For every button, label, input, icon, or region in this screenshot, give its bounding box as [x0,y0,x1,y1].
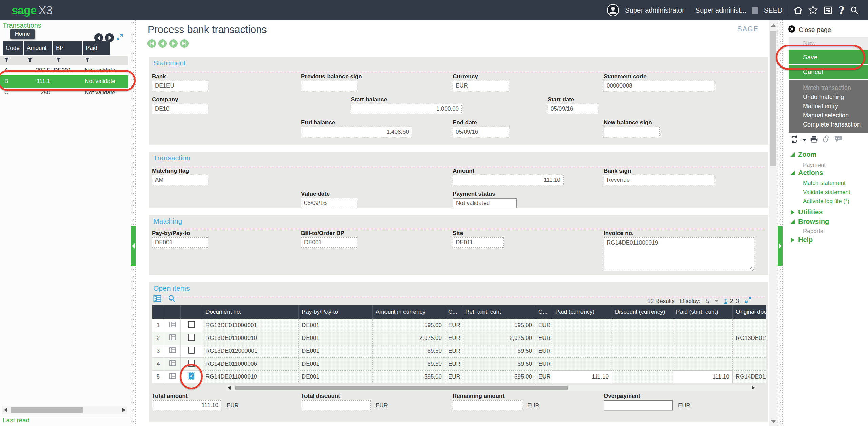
open-item-row[interactable]: 1 RG13DE011000001 DE001 595.00 EUR 595.0… [152,319,767,332]
transaction-row-b-selected[interactable]: B 111.1 Not validate [0,75,128,88]
overpayment-field[interactable] [604,400,673,410]
open-item-row[interactable]: 2 RG13DE011000010 DE001 2,975.00 EUR 2,9… [152,332,767,345]
cell-currency[interactable]: EUR [535,332,552,345]
help-icon[interactable]: ? [838,4,844,16]
cancel-button[interactable]: Cancel [789,65,868,79]
resize-grip-icon[interactable] [750,267,754,271]
cell-paid-stmt[interactable] [673,332,733,345]
next-record-icon[interactable] [169,39,178,48]
row-checkbox[interactable] [188,334,195,341]
row-checkbox-checked[interactable] [188,372,195,380]
expand-panel-icon[interactable] [116,33,123,42]
home-icon[interactable] [793,5,803,15]
scroll-right-icon[interactable] [752,386,755,390]
cell-currency[interactable]: EUR [535,370,552,383]
cell-original-document[interactable] [733,319,767,332]
display-dropdown-icon[interactable] [715,300,719,302]
refresh-dropdown-icon[interactable] [802,139,806,141]
last-record-icon[interactable] [180,39,189,48]
comment-icon[interactable] [834,135,843,145]
column-header[interactable]: Original docum [733,305,767,319]
column-header[interactable]: Paid (stmt. curr.) [673,305,733,319]
cell-amount-in-currency[interactable]: 2,975.00 [373,332,445,345]
cell-pay-by[interactable]: DE001 [299,370,373,383]
cell-pay-by[interactable]: DE001 [299,332,373,345]
attachment-icon[interactable] [822,135,830,145]
app-logo[interactable]: sageX3 [12,4,53,17]
scrollbar-thumb[interactable] [770,31,776,166]
cell-paid-stmt[interactable] [673,319,733,332]
row-detail-icon[interactable] [169,322,176,329]
bank-sign-field[interactable]: Revenue [604,175,714,185]
cell-ref-amount[interactable]: 595.00 [462,319,535,332]
cell-document-no[interactable]: RG13DE011000001 [202,319,299,332]
column-header[interactable]: Amount [24,41,52,55]
cell-paid-stmt[interactable] [673,345,733,357]
scroll-right-icon[interactable] [122,408,125,412]
cell-ref-amount[interactable]: 59.50 [462,345,535,357]
cell-pay-by[interactable]: DE001 [299,357,373,370]
site-field[interactable]: DE011 [453,237,504,248]
payment-status-select[interactable]: Not validated [453,198,517,208]
cell-ref-amount[interactable]: 59.50 [462,357,535,370]
row-checkbox[interactable] [188,321,195,328]
cell-original-document[interactable] [733,357,767,370]
close-page-button[interactable]: Close page [788,25,831,35]
scroll-down-icon[interactable] [771,420,776,423]
cell-pay-by[interactable]: DE001 [299,345,373,357]
menu-utilities[interactable]: Utilities [790,208,823,216]
cell-code[interactable]: B [0,78,23,85]
cell-bp[interactable]: DE001 [52,67,81,74]
user-name[interactable]: Super administrator [625,6,684,14]
total-amount-field[interactable]: 111.10 [152,400,221,410]
display-value[interactable]: 5 [706,298,709,305]
cell-paid[interactable]: Not validate [81,89,128,96]
manual-selection-button[interactable]: Manual selection [803,111,868,120]
cell-currency[interactable]: EUR [445,357,462,370]
scrollbar-thumb[interactable] [235,386,568,390]
amount-field[interactable]: 111.10 [453,175,564,185]
cell-paid-stmt-input[interactable]: 111.10 [673,370,733,383]
cell-amount[interactable]: 111.1 [23,78,52,85]
row-detail-icon[interactable] [169,348,176,354]
cell-ref-amount[interactable]: 595.00 [462,370,535,383]
open-item-row[interactable]: 3 RG13DE012000001 DE001 59.50 EUR 59.50 … [152,345,767,357]
menu-item-match-statement[interactable]: Match statement [803,180,846,187]
cell-amount[interactable]: 297.5 [23,67,52,74]
scroll-left-icon[interactable] [228,386,231,390]
row-detail-icon[interactable] [169,361,176,367]
endpoint-name[interactable]: SEED [764,6,782,14]
cell-currency[interactable]: EUR [445,345,462,357]
statement-code-field[interactable]: 00000008 [604,81,714,91]
cell-paid-currency[interactable] [552,357,612,370]
refresh-icon[interactable] [790,135,799,145]
column-header[interactable]: Amount in currency [373,305,445,319]
undo-matching-button[interactable]: Undo matching [803,93,868,102]
cell-discount[interactable] [612,345,673,357]
column-header[interactable]: C... [445,305,462,319]
menu-item-validate-statement[interactable]: Validate statement [803,189,850,196]
currency-field[interactable]: EUR [453,81,509,91]
cell-paid-stmt[interactable] [673,357,733,370]
filter-icon[interactable] [23,57,52,63]
column-header[interactable]: Discount (currency) [612,305,673,319]
menu-browsing[interactable]: Browsing [790,218,829,226]
menu-actions[interactable]: Actions [790,169,823,177]
column-header[interactable]: Document no. [202,305,299,319]
matching-flag-field[interactable]: AM [152,175,208,185]
cell-amount-in-currency[interactable]: 59.50 [373,357,445,370]
grid-horizontal-scrollbar[interactable] [226,385,755,391]
total-discount-field[interactable] [301,400,371,410]
cell-currency[interactable]: EUR [535,319,552,332]
cell-currency[interactable]: EUR [445,370,462,383]
page-link-current[interactable]: 1 [724,298,727,305]
bookmark-star-icon[interactable] [808,5,818,15]
menu-help[interactable]: Help [790,236,813,244]
bill-to-field[interactable]: DE001 [301,237,357,248]
grid-search-icon[interactable] [167,294,176,304]
page-link[interactable]: 2 [730,298,733,305]
column-header[interactable]: Paid [83,41,110,55]
cell-code[interactable]: C [0,89,23,96]
cell-paid-currency[interactable] [552,345,612,357]
page-link[interactable]: 3 [736,298,739,305]
